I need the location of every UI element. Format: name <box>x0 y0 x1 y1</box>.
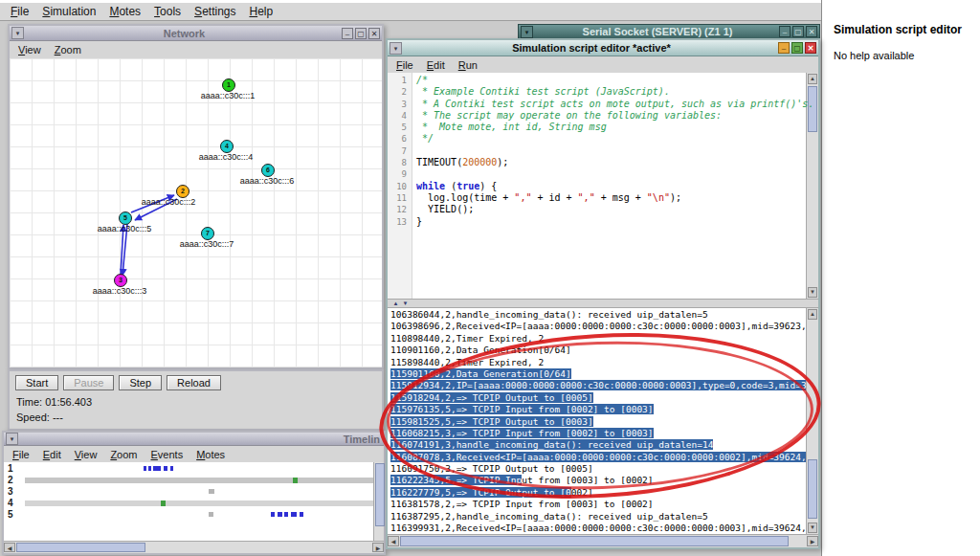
scroll-down-icon[interactable]: ▼ <box>808 287 817 298</box>
code-line-9[interactable]: 9 <box>388 168 806 180</box>
window-menu-icon[interactable]: ▾ <box>6 433 18 445</box>
log-line-16[interactable]: 116381578,2,=> TCPIP Input from [0003] t… <box>388 499 806 510</box>
scroll-left-icon[interactable]: ◀ <box>388 536 399 546</box>
log-line-5[interactable]: 115901160,2,Data Generation[0/64] <box>388 368 806 380</box>
code-line-12[interactable]: 12 YIELD(); <box>388 204 806 215</box>
scroll-up-icon[interactable]: ▲ <box>808 309 817 320</box>
menu-item-file[interactable]: File <box>6 448 36 461</box>
menu-item-file[interactable]: File <box>390 58 420 72</box>
scroll-right-icon[interactable]: ▶ <box>372 543 384 552</box>
timeline-rows[interactable]: 12345 <box>4 462 384 541</box>
log-vertical-scrollbar[interactable]: ▲ ▼ <box>806 308 818 534</box>
code-line-7[interactable]: 7 <box>388 145 806 157</box>
code-line-1[interactable]: 1/* <box>388 75 806 86</box>
scrollbar-thumb[interactable] <box>375 463 385 526</box>
menu-item-view[interactable]: View <box>68 448 104 461</box>
maximize-icon[interactable]: ▢ <box>355 28 367 39</box>
window-menu-icon[interactable]: ▾ <box>521 26 533 38</box>
window-menu-icon[interactable]: ▾ <box>390 42 402 55</box>
log-line-11[interactable]: 116074191,3,handle_incoming_data(): rece… <box>388 439 806 451</box>
code-line-11[interactable]: 11 log.log(time + "," + id + "," + msg +… <box>388 192 806 204</box>
code-line-8[interactable]: 8TIMEOUT(200000); <box>388 157 806 168</box>
timeline-titlebar[interactable]: ▾ Timelin <box>4 433 384 446</box>
mote-node-3[interactable]: 3 <box>114 274 127 287</box>
menu-item-zoom[interactable]: Zoom <box>103 448 144 461</box>
log-line-7[interactable]: 115918294,2,=> TCPIP Output to [0005] <box>388 392 806 404</box>
log-line-6[interactable]: 115912934,2,IP=[aaaa:0000:0000:0000:c30c… <box>388 380 806 391</box>
network-canvas[interactable]: 1aaaa::c30c:::14aaaa::c30c:::46aaaa::c30… <box>10 58 382 367</box>
log-line-10[interactable]: 116068215,3,=> TCPIP Input from [0002] t… <box>388 428 806 439</box>
maximize-icon[interactable]: ▢ <box>792 26 804 37</box>
maximize-icon[interactable]: ▢ <box>791 42 803 54</box>
mote-node-5[interactable]: 5 <box>119 211 132 225</box>
log-line-3[interactable]: 110901160,2,Data Generation[0/64] <box>388 345 806 356</box>
log-line-1[interactable]: 106398696,2,Received<IP=[aaaa:0000:0000:… <box>388 321 806 332</box>
script-editor-titlebar[interactable]: ▾ Simulation script editor *active* – ▢ … <box>388 40 818 56</box>
code-line-3[interactable]: 3 * A Contiki test script acts on mote o… <box>388 99 806 110</box>
scroll-left-icon[interactable]: ◀ <box>4 543 15 552</box>
code-line-6[interactable]: 6 */ <box>388 133 806 145</box>
step-button[interactable]: Step <box>119 375 162 390</box>
log-line-14[interactable]: 116222345,5,=> TCPIP Input from [0003] t… <box>388 475 806 486</box>
mote-node-6[interactable]: 6 <box>261 164 275 177</box>
log-line-13[interactable]: 116091750,3,=> TCPIP Output to [0005] <box>388 463 806 475</box>
code-line-5[interactable]: 5 * Mote mote, int id, String msg <box>388 122 806 133</box>
log-line-2[interactable]: 110898440,2,Timer Expired, 2 <box>388 333 806 345</box>
scrollbar-thumb[interactable] <box>808 459 817 519</box>
start-button[interactable]: Start <box>15 375 58 390</box>
mote-node-1[interactable]: 1 <box>222 78 235 92</box>
log-line-15[interactable]: 116227779,5,=> TCPIP Output to [0002] <box>388 487 806 499</box>
menu-item-view[interactable]: View <box>11 43 48 56</box>
editor-horizontal-scrollbar[interactable]: ◀ ▶ <box>388 534 818 547</box>
code-line-4[interactable]: 4 * The script may operate on the follow… <box>388 110 806 122</box>
close-icon[interactable]: ✕ <box>368 28 380 39</box>
divider-collapse-down-icon[interactable]: ▼ <box>401 300 410 307</box>
menu-item-run[interactable]: Run <box>452 58 484 72</box>
log-line-17[interactable]: 116387295,2,handle_incoming_data(): rece… <box>388 511 806 523</box>
minimize-icon[interactable]: – <box>778 42 790 54</box>
timeline-horizontal-scrollbar[interactable]: ◀ ▶ <box>4 541 384 553</box>
split-pane-divider[interactable]: ▲ ▼ <box>388 299 818 308</box>
close-icon[interactable]: ✕ <box>806 26 817 37</box>
timeline-vertical-scrollbar[interactable] <box>373 462 384 541</box>
menu-item-motes[interactable]: Motes <box>189 448 232 461</box>
log-line-18[interactable]: 116399931,2,Received<IP=[aaaa:0000:0000:… <box>388 523 806 534</box>
log-line-4[interactable]: 115898440,2,Timer Expired, 2 <box>388 357 806 368</box>
menu-item-file[interactable]: File <box>4 4 35 19</box>
scroll-up-icon[interactable]: ▲ <box>808 74 817 84</box>
menu-item-edit[interactable]: Edit <box>420 58 452 72</box>
code-line-13[interactable]: 13} <box>388 216 806 228</box>
script-log-output[interactable]: 106386044,2,handle_incoming_data(): rece… <box>388 308 818 534</box>
minimize-icon[interactable]: – <box>779 26 791 37</box>
window-menu-icon[interactable]: ▾ <box>11 27 24 39</box>
menu-item-zoom[interactable]: Zoom <box>48 43 88 56</box>
menu-item-help[interactable]: Help <box>242 4 279 19</box>
minimize-icon[interactable]: – <box>342 28 353 39</box>
scrollbar-thumb[interactable] <box>16 543 145 552</box>
menu-item-events[interactable]: Events <box>145 448 190 461</box>
log-line-12[interactable]: 116087078,3,Received<IP=[aaaa:0000:0000:… <box>388 452 806 463</box>
scroll-right-icon[interactable]: ▶ <box>807 536 818 546</box>
reload-button[interactable]: Reload <box>167 375 221 390</box>
log-line-8[interactable]: 115976135,5,=> TCPIP Input from [0002] t… <box>388 404 806 415</box>
scrollbar-thumb[interactable] <box>400 536 789 546</box>
menu-item-edit[interactable]: Edit <box>36 448 68 461</box>
mote-node-2[interactable]: 2 <box>176 185 189 198</box>
pause-button[interactable]: Pause <box>63 375 114 390</box>
scroll-down-icon[interactable]: ▼ <box>808 523 817 533</box>
close-icon[interactable]: ✕ <box>805 42 816 54</box>
network-titlebar[interactable]: ▾ Network – ▢ ✕ <box>10 26 382 41</box>
code-editor[interactable]: 1/*2 * Example Contiki test script (Java… <box>388 73 818 299</box>
log-line-0[interactable]: 106386044,2,handle_incoming_data(): rece… <box>388 309 806 321</box>
menu-item-settings[interactable]: Settings <box>188 4 242 19</box>
menu-item-motes[interactable]: Motes <box>102 4 147 19</box>
divider-collapse-up-icon[interactable]: ▲ <box>391 300 400 307</box>
code-line-2[interactable]: 2 * Example Contiki test script (JavaScr… <box>388 86 806 98</box>
menu-item-simulation[interactable]: Simulation <box>35 4 102 19</box>
code-line-10[interactable]: 10while (true) { <box>388 181 806 192</box>
log-line-9[interactable]: 115981525,5,=> TCPIP Output to [0003] <box>388 416 806 428</box>
mote-node-4[interactable]: 4 <box>220 140 234 153</box>
serial-socket-titlebar[interactable]: ▾ Serial Socket (SERVER) (Z1 1) – ▢ ✕ <box>518 24 820 39</box>
mote-node-7[interactable]: 7 <box>201 227 214 240</box>
menu-item-tools[interactable]: Tools <box>147 4 188 19</box>
